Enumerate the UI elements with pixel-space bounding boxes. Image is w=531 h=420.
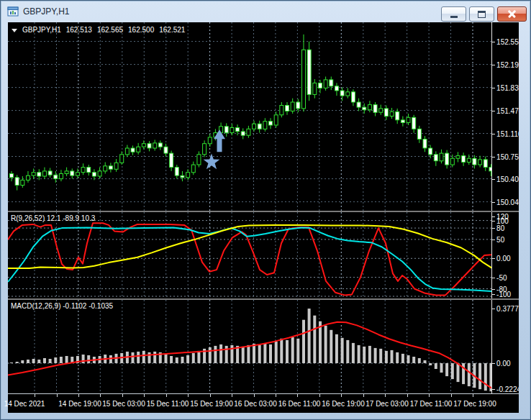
axis-label: 152.550 [496,37,519,45]
bull-candle [368,105,371,110]
bull-candle [263,122,267,129]
bear-candle [384,109,388,117]
axis-tick [492,278,495,278]
time-axis-label: 17 Dec 19:00 [453,400,496,408]
bull-candle [114,163,118,169]
chart-client-area: GBPJPY,H1 162.513 162.565 162.500 162.52… [8,22,519,413]
bear-candle [109,166,112,169]
macd-bar [407,355,410,363]
time-axis[interactable]: 14 Dec 202114 Dec 19:0015 Dec 03:0015 De… [8,393,519,413]
macd-bar [451,363,454,379]
macd-bar [341,338,344,363]
bear-candle [181,175,184,178]
bull-candle [280,106,283,115]
bull-candle [153,143,157,148]
bear-candle [15,178,19,186]
bear-candle [307,50,311,94]
bear-candle [241,132,245,135]
bear-candle [131,148,135,152]
macd-bar [192,353,195,363]
macd-bar [214,346,217,363]
axis-label: 0.00 [496,360,510,368]
time-tick [363,394,364,397]
macd-bar [153,352,156,363]
bull-candle [291,102,294,111]
bear-candle [258,124,261,129]
buy-star-icon [204,154,220,170]
low-value: 162.500 [128,26,154,34]
axis-tick [492,363,495,364]
price-axis[interactable]: 152.550152.190151.830151.470151.110150.7… [491,22,519,211]
axis-tick [492,42,495,42]
macd-bar [37,360,40,363]
axis-tick [492,179,495,180]
macd-histogram [10,309,491,391]
axis-tick [492,239,495,240]
macd-bar [65,356,68,363]
titlebar[interactable]: GBPJPY,H1 [1,1,530,22]
grid-lines [8,22,491,211]
macd-bar [374,348,377,363]
bull-candle [137,147,140,152]
oscillator-axis[interactable]: 12010080500.00-50-80-100 [491,212,519,298]
macd-bar [148,352,151,363]
bear-candle [269,122,273,125]
macd-plot[interactable]: MACD(12,26,9) -0.1102 -0.1035 [8,300,491,393]
axis-tick [492,88,495,88]
macd-bar [209,347,212,363]
close-button[interactable] [497,6,527,22]
bear-candle [484,160,487,168]
bull-candle [230,128,234,133]
axis-label: 0.3777 [496,305,519,313]
macd-bar [484,363,487,391]
axis-label: 50 [496,235,504,243]
time-tick [100,394,101,397]
macd-bar [346,340,349,363]
symbol-period: GBPJPY,H1 [22,26,61,34]
time-tick [166,394,167,397]
chevron-down-icon[interactable] [12,29,17,32]
bull-candle [456,156,460,159]
macd-bar [142,351,145,363]
macd-bar [396,352,399,363]
macd-bar [302,320,305,363]
bear-candle [401,120,404,123]
bear-candle [92,173,96,176]
minimize-button[interactable] [441,6,466,22]
macd-bar [457,363,460,382]
time-tick [122,394,123,397]
macd-axis[interactable]: 0.37770.00-0.2224 [491,300,519,393]
time-axis-label: 14 Dec 2021 [4,400,45,408]
bear-candle [164,147,168,153]
axis-tick [492,294,495,295]
bear-candle [351,92,355,102]
oscillator-plot[interactable]: R(9,26,52) 12.1 -89.9 10.3 [8,212,491,298]
bull-candle [203,144,206,155]
time-tick [232,394,232,397]
bull-candle [346,92,350,96]
axis-label: -50 [496,273,507,281]
bear-candle [396,111,399,120]
bull-candle [120,155,124,163]
main-chart-plot[interactable]: GBPJPY,H1 162.513 162.565 162.500 162.52… [8,22,491,211]
ohlc-info-line: GBPJPY,H1 162.513 162.565 162.500 162.52… [12,26,185,34]
bull-candle [407,117,410,122]
bear-candle [357,102,360,107]
bull-candle [379,109,383,112]
time-axis-label: 15 Dec 03:00 [102,400,145,408]
macd-bar [335,334,338,363]
bull-candle [81,168,85,173]
bull-candle [247,129,250,135]
axis-tick [492,228,495,229]
time-tick [276,394,276,397]
axis-tick [492,157,495,158]
bull-candle [274,115,278,125]
macd-bar [363,347,366,363]
restore-button[interactable] [469,6,494,22]
axis-tick [492,221,495,222]
close-value: 162.521 [159,26,185,34]
axis-label: 152.190 [496,60,519,68]
macd-bar [87,355,90,363]
macd-bar [385,351,388,363]
bull-candle [104,166,107,171]
